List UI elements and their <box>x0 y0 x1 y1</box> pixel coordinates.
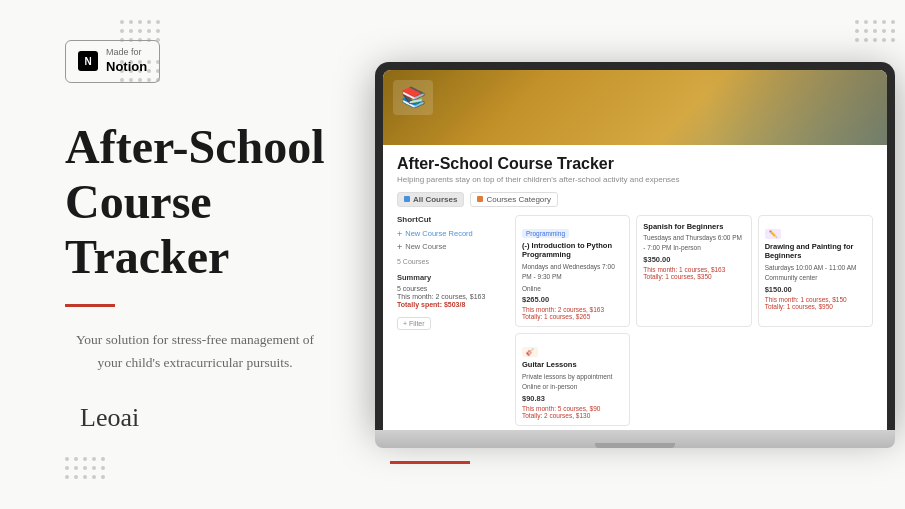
laptop-screen: 📚 After-School Course Tracker Helping pa… <box>375 62 895 430</box>
cards-grid: Programming (-) Introduction to Python P… <box>515 215 873 426</box>
tab-courses-category[interactable]: Courses Category <box>470 192 557 207</box>
course-card-spanish: Spanish for Beginners Tuesdays and Thurs… <box>636 215 751 328</box>
sidebar-filter-button[interactable]: + Filter <box>397 317 431 330</box>
bottom-red-accent <box>390 461 470 464</box>
page-subtitle: Your solution for stress-free management… <box>75 329 315 375</box>
app-subtitle: Helping parents stay on top of their chi… <box>397 175 873 184</box>
card-tag-programming: Programming <box>522 229 569 238</box>
new-course-item[interactable]: + New Course <box>397 242 507 252</box>
new-course-record-item[interactable]: + New Course Record <box>397 229 507 239</box>
course-card-guitar: 🎸 Guitar Lessons Private lessons by appo… <box>515 333 630 425</box>
sidebar: ShortCut + New Course Record + New Cours… <box>397 215 507 430</box>
summary-box: Summary 5 courses This month: 2 courses,… <box>397 273 507 308</box>
signature: Leoai <box>80 403 139 433</box>
screen-content: 📚 After-School Course Tracker Helping pa… <box>383 70 887 430</box>
plus-icon-2: + <box>397 242 402 252</box>
screen-inner: 📚 After-School Course Tracker Helping pa… <box>383 70 887 430</box>
tabs-row: All Courses Courses Category <box>397 192 873 207</box>
main-content: Programming (-) Introduction to Python P… <box>515 215 873 430</box>
red-divider <box>65 304 115 307</box>
right-panel: 📚 After-School Course Tracker Helping pa… <box>355 0 905 509</box>
tab-all-courses[interactable]: All Courses <box>397 192 464 207</box>
laptop-base <box>375 430 895 448</box>
page-main-title: After-School Course Tracker <box>65 119 350 285</box>
left-panel: N Made for Notion After-School Course Tr… <box>0 0 390 509</box>
course-card-python: Programming (-) Introduction to Python P… <box>515 215 630 328</box>
notion-badge: N Made for Notion <box>65 40 160 83</box>
tab-dot-blue <box>404 196 410 202</box>
plus-icon: + <box>397 229 402 239</box>
notion-icon: N <box>78 51 98 71</box>
content-layout: ShortCut + New Course Record + New Cours… <box>397 215 873 430</box>
tab-dot-orange <box>477 196 483 202</box>
courses-count: 5 Courses <box>397 258 507 265</box>
course-card-drawing: ✏️ Drawing and Painting for Beginners Sa… <box>758 215 873 328</box>
card-tag-art: ✏️ <box>765 229 781 239</box>
sidebar-section-title: ShortCut <box>397 215 507 224</box>
hero-banner: 📚 <box>383 70 887 145</box>
app-body: After-School Course Tracker Helping pare… <box>383 145 887 430</box>
app-title: After-School Course Tracker <box>397 155 873 173</box>
laptop: 📚 After-School Course Tracker Helping pa… <box>375 62 895 448</box>
notion-badge-text: Made for Notion <box>106 47 147 76</box>
card-tag-music: 🎸 <box>522 347 538 357</box>
book-icon: 📚 <box>393 80 433 115</box>
